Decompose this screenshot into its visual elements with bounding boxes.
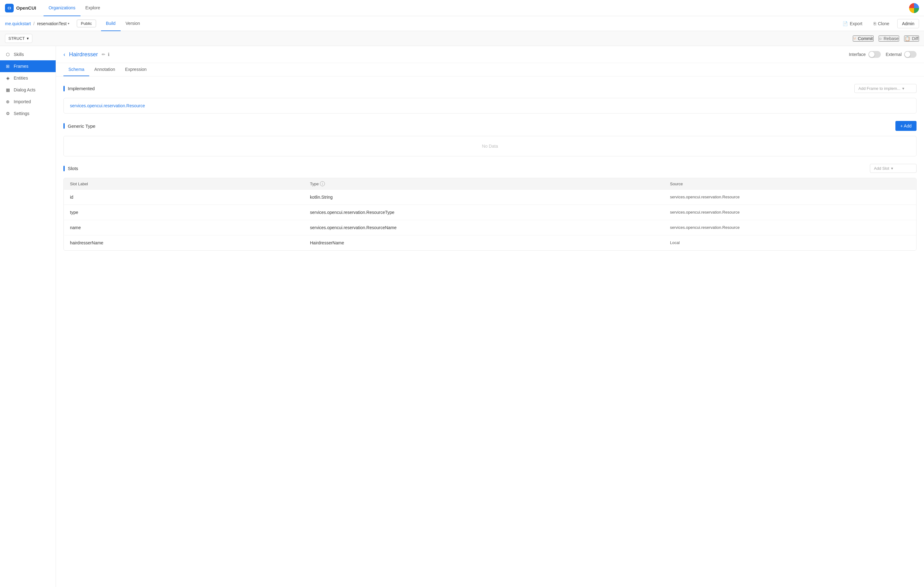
slots-section-bar: [63, 166, 65, 171]
view-tabs: Public: [77, 20, 96, 27]
generic-type-title: Generic Type: [68, 124, 96, 129]
frames-icon: ⊞: [5, 63, 11, 69]
logo-area: CI OpenCUI: [5, 4, 36, 12]
slot-source-name: services.opencui.reservation.Resource: [670, 225, 910, 230]
slot-type-hairdressername: HairdresserName: [310, 240, 670, 245]
slots-header: Slots Add Slot ▾: [63, 164, 917, 173]
diff-button[interactable]: 📋 Diff: [904, 35, 919, 42]
export-icon: 📄: [843, 21, 848, 26]
tab-expression[interactable]: Expression: [120, 63, 152, 76]
add-frame-select[interactable]: Add Frame to implem... ▾: [855, 84, 917, 93]
app-name: OpenCUI: [16, 5, 36, 11]
header-right: Interface External: [849, 51, 917, 58]
commit-icon: ⑂: [853, 36, 856, 41]
external-toggle-knob: [905, 52, 910, 57]
slot-type-id: kotlin.String: [310, 195, 670, 200]
clone-icon: ⎘: [874, 21, 876, 26]
slots-section: Slots Add Slot ▾ Slot Label Type i Sourc…: [56, 164, 924, 258]
generic-type-section: Generic Type + Add No Data: [56, 121, 924, 164]
sidebar-item-dialog-acts[interactable]: ▦ Dialog Acts: [0, 84, 56, 96]
implemented-link-0[interactable]: services.opencui.reservation.Resource: [70, 103, 145, 108]
breadcrumb-current-label: reservationTest: [37, 21, 66, 26]
toolbar: STRUCT ▾ ⑂ Commit ○ Rebase 📋 Diff: [0, 31, 924, 46]
nav-tab-explore[interactable]: Explore: [81, 0, 105, 16]
commit-button[interactable]: ⑂ Commit: [853, 35, 873, 42]
section-bar: [63, 86, 65, 91]
back-button[interactable]: ‹: [63, 51, 65, 58]
admin-button[interactable]: Admin: [897, 19, 919, 28]
external-toggle-group: External: [886, 51, 917, 58]
implemented-section: Implemented Add Frame to implem... ▾ ser…: [56, 76, 924, 121]
generic-section-bar: [63, 123, 65, 129]
skills-icon: ⬡: [5, 52, 11, 57]
interface-toggle-group: Interface: [849, 51, 881, 58]
implemented-card: services.opencui.reservation.Resource: [63, 98, 917, 114]
tab-annotation[interactable]: Annotation: [89, 63, 120, 76]
add-slot-chevron-icon: ▾: [891, 166, 893, 171]
add-slot-select[interactable]: Add Slot ▾: [870, 164, 917, 173]
sidebar-item-entities[interactable]: ◈ Entities: [0, 72, 56, 84]
generic-type-action: + Add: [895, 121, 917, 131]
sidebar-item-label-imported: Imported: [14, 99, 31, 104]
add-generic-button[interactable]: + Add: [895, 121, 917, 131]
clone-label: Clone: [878, 21, 889, 26]
sidebar-item-label-settings: Settings: [14, 111, 30, 116]
table-row: id kotlin.String services.opencui.reserv…: [64, 190, 916, 204]
info-icon[interactable]: ℹ: [108, 52, 109, 57]
slot-type-name: services.opencui.reservation.ResourceNam…: [310, 225, 670, 230]
content-area: ‹ Hairdresser ✏ ℹ Interface External: [56, 46, 924, 587]
rebase-button[interactable]: ○ Rebase: [879, 35, 899, 42]
type-info-icon[interactable]: i: [320, 181, 325, 186]
edit-icon[interactable]: ✏: [102, 52, 106, 57]
imported-icon: ⊕: [5, 99, 11, 104]
rebase-label: Rebase: [884, 36, 899, 41]
content-title: Hairdresser: [69, 51, 98, 58]
col-slot-label: Slot Label: [70, 181, 310, 186]
implemented-title: Implemented: [68, 86, 95, 91]
table-row: hairdresserName HairdresserName Local: [64, 235, 916, 250]
rebase-icon: ○: [879, 36, 882, 41]
nav-tab-organizations[interactable]: Organizations: [43, 0, 80, 16]
sidebar-item-frames[interactable]: ⊞ Frames: [0, 60, 56, 72]
page-tab-build[interactable]: Build: [101, 16, 120, 31]
sidebar-item-skills[interactable]: ⬡ Skills: [0, 48, 56, 60]
nav-right: [909, 3, 919, 13]
interface-toggle[interactable]: [868, 51, 881, 58]
table-row: name services.opencui.reservation.Resour…: [64, 220, 916, 235]
interface-toggle-knob: [869, 52, 874, 57]
breadcrumb-separator: /: [33, 21, 35, 26]
sidebar-item-settings[interactable]: ⚙ Settings: [0, 107, 56, 119]
content-tabs: Schema Annotation Expression: [56, 63, 924, 76]
slot-label-id: id: [70, 195, 310, 200]
struct-select[interactable]: STRUCT ▾: [5, 34, 32, 43]
external-toggle[interactable]: [904, 51, 917, 58]
commit-label: Commit: [858, 36, 873, 41]
sidebar-item-label-frames: Frames: [14, 64, 28, 69]
sidebar: ⬡ Skills ⊞ Frames ◈ Entities ▦ Dialog Ac…: [0, 46, 56, 587]
interface-label: Interface: [849, 52, 866, 57]
sidebar-item-label-entities: Entities: [14, 76, 28, 81]
clone-button[interactable]: ⎘ Clone: [871, 19, 893, 28]
breadcrumb-root[interactable]: me.quickstart: [5, 21, 31, 26]
implemented-action: Add Frame to implem... ▾: [855, 84, 917, 93]
breadcrumb-bar: me.quickstart / reservationTest ▾ Public…: [0, 16, 924, 31]
entities-icon: ◈: [5, 75, 11, 81]
content-header: ‹ Hairdresser ✏ ℹ Interface External: [56, 46, 924, 63]
main-layout: ⬡ Skills ⊞ Frames ◈ Entities ▦ Dialog Ac…: [0, 46, 924, 587]
nav-tabs: Organizations Explore: [43, 0, 105, 16]
settings-icon: ⚙: [5, 110, 11, 116]
add-frame-chevron-icon: ▾: [902, 86, 904, 91]
slot-label-type: type: [70, 210, 310, 215]
page-tabs: Build Version: [101, 16, 145, 31]
export-button[interactable]: 📄 Export: [840, 19, 865, 28]
dialog-acts-icon: ▦: [5, 87, 11, 92]
user-avatar[interactable]: [909, 3, 919, 13]
slots-title: Slots: [68, 166, 78, 171]
tab-schema[interactable]: Schema: [63, 63, 89, 76]
sidebar-item-imported[interactable]: ⊕ Imported: [0, 96, 56, 107]
breadcrumb-current[interactable]: reservationTest ▾: [37, 21, 69, 26]
slot-source-hairdressername: Local: [670, 240, 910, 245]
page-tab-version[interactable]: Version: [120, 16, 145, 31]
slot-label-name: name: [70, 225, 310, 230]
view-tab-public[interactable]: Public: [77, 20, 96, 27]
